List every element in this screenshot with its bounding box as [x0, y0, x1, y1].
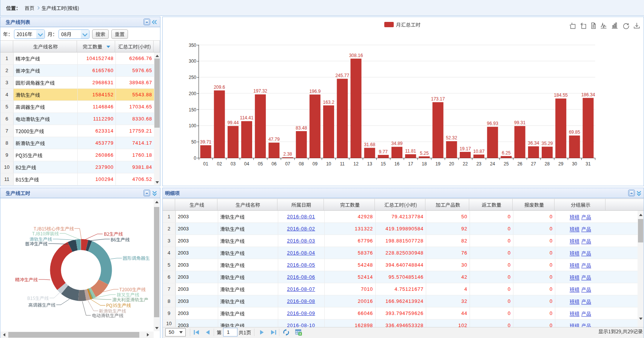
svg-text:52.32: 52.32 [446, 135, 457, 140]
svg-text:150: 150 [189, 107, 196, 113]
svg-text:100: 100 [189, 123, 196, 128]
svg-text:197.32: 197.32 [253, 88, 267, 94]
svg-text:308.16: 308.16 [349, 53, 363, 58]
svg-text:19.17: 19.17 [459, 146, 471, 151]
svg-text:27: 27 [531, 161, 536, 167]
svg-text:0: 0 [194, 156, 196, 161]
svg-text:01: 01 [203, 161, 208, 167]
svg-text:114.41: 114.41 [240, 115, 254, 120]
svg-text:29: 29 [558, 161, 564, 167]
svg-text:69.85: 69.85 [569, 130, 580, 135]
svg-text:23: 23 [476, 161, 482, 167]
svg-text:07: 07 [285, 161, 290, 167]
svg-text:96.93: 96.93 [487, 121, 498, 126]
svg-text:50: 50 [191, 139, 197, 145]
svg-text:245.77: 245.77 [335, 73, 349, 78]
svg-text:24: 24 [490, 161, 495, 167]
svg-text:47.79: 47.79 [268, 137, 280, 142]
svg-text:16: 16 [394, 161, 400, 167]
svg-text:196.9: 196.9 [309, 89, 320, 94]
svg-text:02: 02 [217, 161, 222, 167]
svg-text:173.17: 173.17 [431, 96, 445, 102]
svg-text:11: 11 [340, 161, 345, 167]
svg-text:20: 20 [449, 161, 454, 167]
svg-text:10.87: 10.87 [473, 149, 485, 154]
svg-text:03: 03 [231, 161, 236, 167]
svg-text:18: 18 [422, 161, 427, 167]
svg-text:350: 350 [189, 43, 196, 48]
svg-text:186.34: 186.34 [581, 92, 595, 97]
svg-text:36.34: 36.34 [528, 140, 539, 146]
svg-text:31: 31 [585, 161, 591, 167]
svg-text:300: 300 [189, 59, 196, 64]
svg-text:30: 30 [572, 161, 577, 167]
svg-text:5.25: 5.25 [420, 151, 429, 156]
svg-text:31.68: 31.68 [364, 142, 375, 147]
svg-text:200: 200 [189, 91, 196, 96]
svg-text:163.2: 163.2 [323, 100, 334, 105]
svg-text:209.6: 209.6 [214, 85, 225, 90]
svg-text:22: 22 [463, 161, 468, 167]
svg-text:11.81: 11.81 [405, 148, 416, 154]
svg-text:9.77: 9.77 [379, 149, 388, 154]
svg-text:26: 26 [517, 161, 522, 167]
svg-text:X: X [299, 332, 301, 336]
svg-text:99.31: 99.31 [514, 120, 525, 125]
svg-text:06: 06 [271, 161, 277, 167]
svg-text:99.44: 99.44 [227, 120, 239, 125]
svg-text:34.89: 34.89 [391, 141, 402, 146]
svg-text:17: 17 [408, 161, 413, 167]
svg-text:6.25: 6.25 [502, 150, 511, 156]
svg-text:250: 250 [189, 75, 196, 80]
svg-text:09: 09 [313, 161, 318, 167]
svg-text:10: 10 [326, 161, 331, 167]
svg-text:08: 08 [299, 161, 304, 167]
svg-text:39.71: 39.71 [200, 139, 211, 145]
svg-text:05: 05 [258, 161, 263, 167]
svg-text:83.48: 83.48 [296, 125, 307, 131]
svg-text:35.29: 35.29 [541, 141, 553, 146]
svg-text:13: 13 [367, 161, 373, 167]
svg-text:15: 15 [381, 161, 386, 167]
svg-text:2.38: 2.38 [283, 151, 292, 157]
svg-text:28: 28 [545, 161, 550, 167]
svg-text:25: 25 [504, 161, 509, 167]
svg-text:184.55: 184.55 [554, 93, 568, 98]
svg-text:19: 19 [435, 161, 441, 167]
svg-text:04: 04 [244, 161, 250, 167]
svg-text:12: 12 [353, 161, 359, 167]
